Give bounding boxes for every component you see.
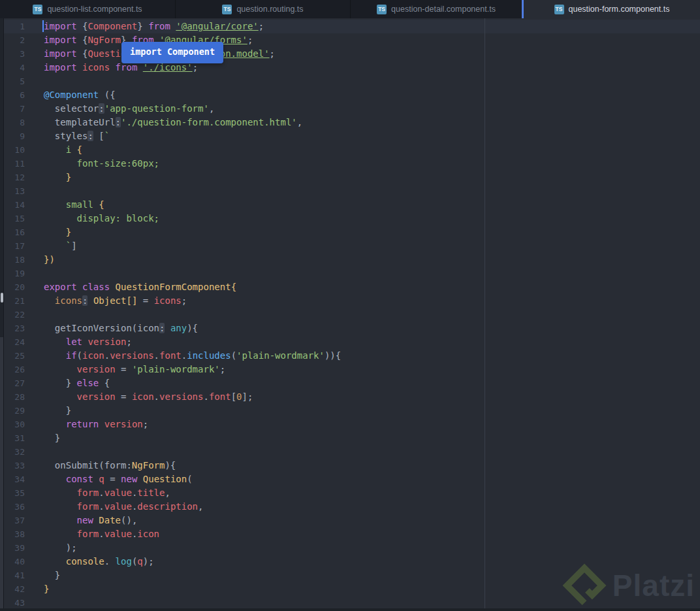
- line-number: 39: [4, 543, 25, 553]
- code-text: }: [44, 404, 71, 418]
- tab-question-list.component.ts[interactable]: TSquestion-list.component.ts: [0, 0, 175, 18]
- code-line[interactable]: 13: [4, 184, 700, 198]
- code-line[interactable]: 20export class QuestionFormComponent{: [4, 280, 700, 294]
- code-line[interactable]: 7 selector:'app-question-form',: [4, 102, 700, 116]
- code-line[interactable]: 41 }: [4, 569, 700, 582]
- code-line[interactable]: 40 console. log(q);: [4, 555, 700, 569]
- code-text: const q = new Question(: [44, 472, 193, 486]
- code-line[interactable]: 30 return version;: [4, 418, 700, 431]
- line-number: 42: [4, 584, 25, 594]
- code-line[interactable]: 3import {Question} from './question.mode…: [4, 47, 700, 61]
- typescript-file-icon: TS: [377, 5, 387, 14]
- code-line[interactable]: 17 `]: [4, 239, 700, 253]
- code-rows: 1import {Component} from '@angular/core'…: [4, 20, 700, 610]
- code-line[interactable]: 37 new Date(),: [4, 514, 700, 527]
- line-number: 19: [4, 269, 25, 278]
- code-line[interactable]: 26 version = 'plain-wordmark';: [4, 363, 700, 376]
- code-line[interactable]: 10 i {: [4, 143, 700, 157]
- tab-question.routing.ts[interactable]: TSquestion.routing.ts: [175, 0, 350, 18]
- tab-label: question.routing.ts: [236, 5, 303, 14]
- line-number: 38: [4, 529, 25, 539]
- code-text: i {: [44, 143, 82, 157]
- left-dock-strip[interactable]: [0, 18, 4, 611]
- code-text: getIconVersion(icon: any){: [44, 322, 198, 335]
- line-number: 6: [4, 90, 25, 100]
- code-line[interactable]: 9 styles: [`: [4, 129, 700, 143]
- code-text: }: [44, 431, 60, 445]
- code-line[interactable]: 33 onSubmit(form:NgForm){: [4, 459, 700, 472]
- line-number: 22: [4, 310, 25, 320]
- line-number: 26: [4, 365, 25, 374]
- code-line[interactable]: 4import icons from './icons';: [4, 61, 700, 74]
- code-line[interactable]: 21 icons: Object[] = icons;: [4, 294, 700, 308]
- import-suggestion-tooltip[interactable]: import Component: [121, 42, 223, 63]
- code-line[interactable]: 29 }: [4, 404, 700, 418]
- code-text: `]: [44, 239, 77, 253]
- code-line[interactable]: 5: [4, 74, 700, 88]
- code-line[interactable]: 42}: [4, 582, 700, 596]
- code-text: version = icon.versions.font[0];: [44, 390, 253, 404]
- code-text: font-size:60px;: [44, 157, 159, 171]
- code-line[interactable]: 39 );: [4, 541, 700, 555]
- code-line[interactable]: 36 form.value.description,: [4, 500, 700, 514]
- typescript-file-icon: TS: [222, 5, 232, 14]
- line-number: 31: [4, 433, 25, 443]
- code-line[interactable]: 25 if(icon.versions.font.includes('plain…: [4, 349, 700, 363]
- code-text: templateUrl:'./question-form.component.h…: [44, 116, 302, 129]
- code-text: form.value.description,: [44, 500, 203, 514]
- code-line[interactable]: 11 font-size:60px;: [4, 157, 700, 171]
- code-text: console. log(q);: [44, 555, 154, 569]
- line-number: 30: [4, 420, 25, 429]
- code-line[interactable]: 34 const q = new Question(: [4, 472, 700, 486]
- line-number: 21: [4, 296, 25, 306]
- typescript-file-icon: TS: [554, 5, 564, 14]
- line-number: 29: [4, 406, 25, 416]
- code-text: return version;: [44, 418, 148, 431]
- code-line[interactable]: 15 display: block;: [4, 212, 700, 225]
- code-line[interactable]: 19: [4, 267, 700, 280]
- code-line[interactable]: 2import {NgForm} from '@angular/forms';: [4, 33, 700, 47]
- line-number: 2: [4, 35, 25, 45]
- code-line[interactable]: 16 }: [4, 225, 700, 239]
- code-line[interactable]: 35 form.value.title,: [4, 486, 700, 500]
- code-line[interactable]: 22: [4, 308, 700, 322]
- code-text: version = 'plain-wordmark';: [44, 363, 225, 376]
- line-number: 7: [4, 104, 25, 114]
- line-number: 28: [4, 392, 25, 402]
- line-number: 27: [4, 378, 25, 388]
- code-line[interactable]: 31 }: [4, 431, 700, 445]
- code-line[interactable]: 28 version = icon.versions.font[0];: [4, 390, 700, 404]
- tab-label: question-list.component.ts: [47, 5, 142, 14]
- code-text: onSubmit(form:NgForm){: [44, 459, 176, 472]
- line-number: 12: [4, 173, 25, 182]
- code-line[interactable]: 23 getIconVersion(icon: any){: [4, 322, 700, 335]
- code-line[interactable]: 27 } else {: [4, 376, 700, 390]
- line-number: 13: [4, 186, 25, 196]
- code-line[interactable]: 18}): [4, 253, 700, 267]
- code-line[interactable]: 43: [4, 596, 700, 610]
- code-line[interactable]: 32: [4, 445, 700, 459]
- code-text: form.value.title,: [44, 486, 170, 500]
- code-text: new Date(),: [44, 514, 137, 527]
- code-line[interactable]: 12 }: [4, 171, 700, 184]
- editor-pane[interactable]: 1import {Component} from '@angular/core'…: [0, 18, 700, 611]
- code-line[interactable]: 38 form.value.icon: [4, 527, 700, 541]
- code-text: let version;: [44, 335, 132, 349]
- code-line[interactable]: 8 templateUrl:'./question-form.component…: [4, 116, 700, 129]
- code-line[interactable]: 6@Component ({: [4, 88, 700, 102]
- code-line[interactable]: 24 let version;: [4, 335, 700, 349]
- wrap-guide-line: [485, 18, 485, 611]
- line-number: 1: [4, 22, 25, 31]
- tab-question-form.component.ts[interactable]: TSquestion-form.component.ts: [522, 0, 700, 18]
- line-number: 17: [4, 241, 25, 251]
- tab-label: question-detail.component.ts: [391, 5, 496, 14]
- line-number: 18: [4, 255, 25, 265]
- tab-question-detail.component.ts[interactable]: TSquestion-detail.component.ts: [350, 0, 522, 18]
- code-line[interactable]: 1import {Component} from '@angular/core'…: [4, 20, 700, 33]
- line-number: 9: [4, 131, 25, 141]
- tab-bar: TSquestion-list.component.tsTSquestion.r…: [0, 0, 700, 18]
- line-number: 36: [4, 502, 25, 512]
- code-text: } else {: [44, 376, 110, 390]
- line-number: 37: [4, 516, 25, 525]
- code-line[interactable]: 14 small {: [4, 198, 700, 212]
